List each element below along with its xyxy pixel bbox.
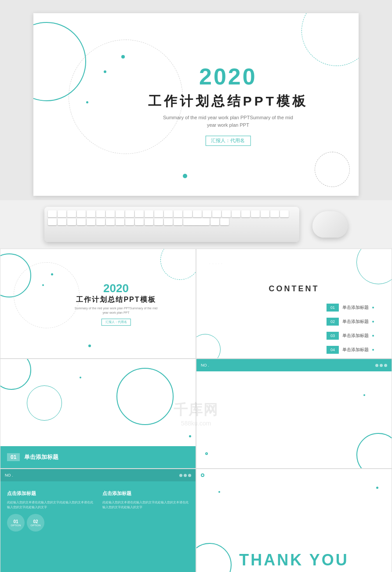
slide1-circle-tr <box>160 249 196 280</box>
key <box>87 210 95 217</box>
key <box>222 210 231 217</box>
slide2-circle-bl <box>196 334 221 359</box>
key <box>183 210 192 217</box>
menu-text-1: 单击添加标题 <box>342 304 369 311</box>
menu-text-2: 单击添加标题 <box>342 319 369 325</box>
key <box>48 218 57 225</box>
slide2-content-label: CONTENT <box>269 284 319 293</box>
key <box>67 210 76 217</box>
key <box>135 218 144 225</box>
key <box>232 210 240 217</box>
deco-circle-br <box>315 152 350 187</box>
key <box>145 218 153 225</box>
slide1-dot1 <box>51 273 53 275</box>
key <box>58 210 66 217</box>
slide1-badge: 汇报人：代用名 <box>102 319 131 326</box>
spacebar-key <box>183 218 210 225</box>
slide5-circles: 01 OPTION 02 OPTION <box>7 514 94 532</box>
menu-num-1: 01 <box>327 304 339 312</box>
slide-year: 2020 <box>148 63 308 90</box>
slide6-thank-you: THANK YOU <box>239 551 348 569</box>
menu-item-2: 02 单击添加标题 <box>327 318 374 326</box>
slide3-circle-lg <box>116 368 174 425</box>
slide-subtitle: Summary of the mid year work plan PPTSum… <box>148 114 308 129</box>
slide4-dot-circle <box>205 452 208 455</box>
key <box>280 210 289 217</box>
slide-thumbnail-3[interactable]: 01 单击添加标题 <box>0 359 196 469</box>
slide5-page-no: NO . <box>5 473 13 477</box>
key <box>87 218 95 225</box>
slide-thumbnail-5[interactable]: NO . 点击添加标题 此处输入您的文本请在此输入您的文字此处输入您的文本请在此… <box>0 469 196 572</box>
slide5-content: 点击添加标题 此处输入您的文本请在此输入您的文字此处输入您的文本请在此输入您的文… <box>0 481 196 540</box>
slide1-year: 2020 <box>75 282 157 295</box>
key <box>174 218 182 225</box>
keyboard-keys <box>44 207 299 229</box>
slide-thumbnail-4[interactable]: NO . <box>196 359 392 469</box>
menu-dot-3 <box>372 335 374 337</box>
keyboard-area <box>0 200 392 249</box>
key <box>135 210 144 217</box>
menu-dot-2 <box>372 321 374 323</box>
slide3-section-num: 01 <box>7 453 20 461</box>
key <box>58 218 66 225</box>
slide3-circle-sm <box>0 359 31 390</box>
key <box>174 210 182 217</box>
deco-dot-4 <box>86 101 88 103</box>
key <box>106 218 115 225</box>
slide1-content: 2020 工作计划总结PPT模板 Summary of the mid year… <box>75 282 157 326</box>
key <box>154 210 163 217</box>
slide4-circle-br <box>356 433 392 469</box>
slide5-left-text: 此处输入您的文本请在此输入您的文字此处输入您的文本请在此输入您的文字此处输入的文… <box>7 500 94 510</box>
slide3-section-title: 单击添加标题 <box>24 453 58 461</box>
key <box>261 210 269 217</box>
key <box>48 210 57 217</box>
slide5-right: 点击添加标题 此处输入您的文本请在此输入您的文字此处输入您的文本请在此输入您的文… <box>102 490 189 510</box>
main-slide-content: 2020 工作计划总结PPT模板 Summary of the mid year… <box>148 63 308 146</box>
slide1-dot2 <box>42 284 44 286</box>
slide5-circle-1: 01 OPTION <box>7 514 25 532</box>
slide2-dots-deco: · · · · · <box>210 262 223 265</box>
slide5-right-title: 点击添加标题 <box>102 490 189 497</box>
deco-dot-2 <box>104 70 106 73</box>
key <box>164 210 173 217</box>
slide5-top-bar: NO . <box>0 469 196 481</box>
key <box>116 218 124 225</box>
slides-grid: 千库网 588ku.com 2020 工作计划总结PPT模板 Summary o… <box>0 249 392 572</box>
slide2-circle-tr <box>356 249 392 284</box>
slide5-dot-1 <box>179 474 182 477</box>
slide5-dot-2 <box>184 474 187 477</box>
slide5-left-title: 点击添加标题 <box>7 490 94 497</box>
menu-items-list: 01 单击添加标题 02 单击添加标题 03 单击添加标题 04 单击添加标题 <box>327 297 374 359</box>
slide-badge: 汇报人：代用名 <box>205 136 250 146</box>
slide5-dot-3 <box>188 474 191 477</box>
deco-dot-3 <box>183 174 187 178</box>
slide1-dot3 <box>88 345 91 347</box>
key <box>96 210 105 217</box>
main-slide-preview: 2020 工作计划总结PPT模板 Summary of the mid year… <box>33 13 359 196</box>
key <box>220 218 229 225</box>
key <box>193 210 202 217</box>
slide-thumbnail-6[interactable]: THANK YOU <box>196 469 392 572</box>
key <box>125 218 134 225</box>
deco-circle-tr <box>301 13 359 66</box>
menu-item-1: 01 单击添加标题 <box>327 304 374 312</box>
key <box>251 210 260 217</box>
slide6-circle-dot <box>201 473 204 477</box>
slide-thumbnail-1[interactable]: 2020 工作计划总结PPT模板 Summary of the mid year… <box>0 249 196 359</box>
key <box>212 210 221 217</box>
key <box>116 210 124 217</box>
slide6-circle-bl <box>196 543 232 572</box>
slide3-dot1 <box>189 435 191 437</box>
key <box>106 210 115 217</box>
menu-num-2: 02 <box>327 318 339 326</box>
slide5-right-text: 此处输入您的文本请在此输入您的文字此处输入您的文本请在此输入您的文字此处输入的文… <box>102 500 189 510</box>
key <box>145 210 153 217</box>
top-dot-2 <box>380 364 383 367</box>
keyboard-image <box>44 207 299 242</box>
top-dot-1 <box>375 364 378 367</box>
menu-num-3: 03 <box>327 332 339 340</box>
key <box>125 210 134 217</box>
slide6-dot2 <box>218 491 220 493</box>
slide1-dashed-circle <box>14 262 80 328</box>
slide-thumbnail-2[interactable]: · · · · · CONTENT 01 单击添加标题 02 单击添加标题 03… <box>196 249 392 359</box>
